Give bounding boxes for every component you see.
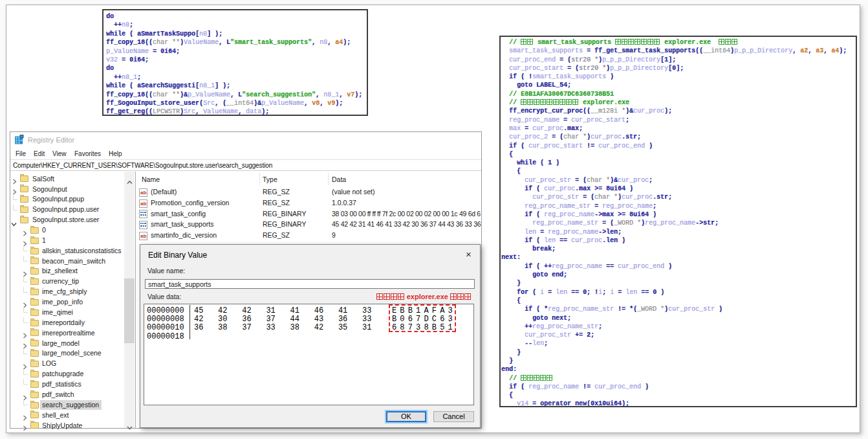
svg-text:ab: ab [140, 233, 146, 239]
svg-text:ab: ab [140, 190, 146, 196]
svg-text:ab: ab [140, 201, 146, 207]
